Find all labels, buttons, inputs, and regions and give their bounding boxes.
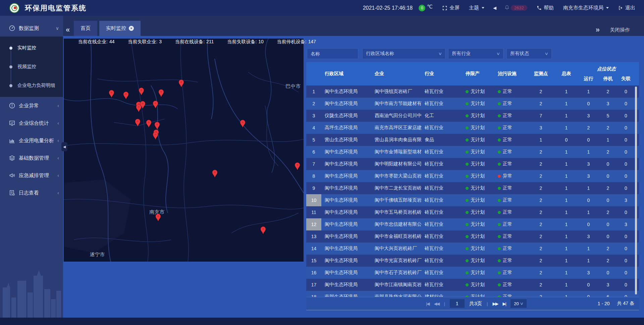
map-pin[interactable]: [153, 101, 158, 109]
status-dot: [466, 151, 469, 154]
logout-button[interactable]: 退出: [618, 5, 635, 11]
map-pin[interactable]: [154, 122, 160, 130]
status-dot: [466, 102, 469, 105]
sidebar-item-power-analysis[interactable]: 企业用电量分析 ‹: [0, 132, 63, 149]
tabs-scroll-right-icon[interactable]: »: [596, 25, 600, 34]
total-count-label: 共 47 条: [617, 301, 634, 307]
name-filter-input[interactable]: [311, 51, 355, 56]
table-row[interactable]: 18 南部生态环境局 南部县珠华水泥有限公 建材行业 无计划 正常 2 1 0 …: [306, 291, 639, 297]
table-row[interactable]: 13 阆中生态环境局 阆中市金福旺页岩机砖 砖瓦行业 无计划 正常 2 1 3 …: [306, 230, 639, 242]
map-pin[interactable]: [294, 162, 300, 170]
cell-pollution-facility: 正常: [496, 279, 527, 291]
cell-stopped: 3: [599, 279, 616, 291]
table-row[interactable]: 6 阆中生态环境局 阆中市金博瑞新型墙材 砖瓦行业 无计划 正常 2 1 1 2…: [306, 146, 639, 158]
cell-lost: 0: [616, 170, 635, 182]
sidebar-subitem-video-monitor[interactable]: 视频监控: [0, 57, 63, 76]
map-pin[interactable]: [260, 226, 266, 234]
table-row[interactable]: 3 仪陇生态环境局 西南油气田分公司川中 化工 无计划 正常 7 1 3 5 0: [306, 110, 639, 122]
map-pin[interactable]: [139, 88, 144, 96]
sidebar-item-emergency-reduction[interactable]: 应急减排管理 ‹: [0, 167, 63, 184]
sidebar-item-enterprise-abnormal[interactable]: 企业异常 ‹: [0, 97, 63, 114]
tab-home[interactable]: 首页: [74, 21, 97, 36]
temperature-unit: ℃: [427, 4, 433, 10]
table-row[interactable]: 5 营山生态环境局 营山县润丰肉食品有限 食品 无计划 正常 1 0 0 1 0: [306, 134, 639, 146]
map-pin[interactable]: [135, 119, 141, 127]
cell-running: 3: [578, 158, 599, 170]
col-group-point-status: 点位状态 运行 停机 失联: [578, 62, 635, 86]
panel-collapse-button[interactable]: ◀: [61, 142, 67, 151]
cell-industry: 砖瓦行业: [422, 218, 464, 230]
table-row[interactable]: 10 阆中生态环境局 阆中千佛镇五郎垭页岩 砖瓦行业 无计划 正常 2 1 0 …: [306, 194, 639, 206]
tab-realtime-monitor[interactable]: 实时监控 ×: [99, 21, 141, 36]
map-pin[interactable]: [240, 120, 246, 128]
next-page-icon[interactable]: ▶▶: [493, 301, 498, 306]
org-dropdown[interactable]: 南充市生态环境局: [563, 5, 609, 11]
cell-stop-production: 无计划: [464, 182, 496, 194]
cell-company: 阆中市石子页岩机砖厂: [372, 267, 422, 279]
status-dot: [498, 126, 501, 129]
app-logo-icon: [9, 3, 19, 13]
page-size-select[interactable]: 20 ∨: [511, 299, 527, 308]
map-city-label: 巴中市: [286, 83, 301, 90]
cell-stopped: 2: [599, 255, 616, 267]
map-pin[interactable]: [178, 79, 184, 88]
help-button[interactable]: 帮助: [537, 5, 554, 11]
theme-dropdown[interactable]: 主题: [469, 5, 484, 11]
tab-close-icon[interactable]: ×: [129, 26, 134, 31]
sidebar-item-data-monitoring[interactable]: 数据监测 ∨: [0, 20, 63, 37]
prev-page-icon[interactable]: ◀◀: [434, 301, 439, 306]
table-row[interactable]: 11 阆中生态环境局 阆中市五马桥页岩机砖 砖瓦行业 无计划 正常 2 1 1 …: [306, 206, 639, 218]
map-pin[interactable]: [153, 132, 158, 140]
sidebar-item-enterprise-stats[interactable]: 企业综合统计 ‹: [0, 114, 63, 132]
industry-filter-select[interactable]: 所有行业 ∨: [448, 48, 503, 59]
table-scrollbar[interactable]: [635, 87, 637, 294]
cell-total-meter: 1: [555, 122, 578, 134]
sidebar-subitem-power-load-detail[interactable]: 企业电力负荷明细: [0, 76, 63, 95]
cell-stop-production: 无计划: [464, 206, 496, 218]
close-operations-button[interactable]: 关闭操作: [610, 27, 630, 33]
cell-stop-production: 无计划: [464, 218, 496, 230]
map-pin[interactable]: [212, 170, 218, 178]
map-pin[interactable]: [158, 89, 164, 97]
table-row[interactable]: 1 阆中生态环境局 阆中强锐页岩砖厂 砖瓦行业 无计划 正常 2 1 1 2 0: [306, 86, 639, 98]
fullscreen-button[interactable]: 全屏: [442, 5, 460, 11]
table-row[interactable]: 17 阆中生态环境局 阆中市江南镇阆南页岩 砖瓦行业 无计划 正常 2 1 0 …: [306, 279, 639, 291]
region-filter-select[interactable]: 行政区域名称 ∨: [362, 48, 445, 59]
table-row[interactable]: 15 阆中生态环境局 阆中市光富页岩机砖厂 砖瓦行业 无计划 正常 2 1 1 …: [306, 255, 639, 267]
page-number-input[interactable]: [450, 299, 465, 308]
map-pin[interactable]: [155, 214, 161, 222]
map-pin[interactable]: [109, 90, 114, 98]
first-page-icon[interactable]: |◀: [426, 301, 429, 306]
table-row[interactable]: 12 阆中生态环境局 阆中市忠信建材有限公 砖瓦行业 无计划 正常 2 1 0 …: [306, 218, 639, 230]
table-row[interactable]: 8 阆中生态环境局 阆中市枣碧大梁山页岩 砖瓦行业 无计划 异常 2 1 3 0…: [306, 170, 639, 182]
map-panel[interactable]: 巴中市南充市遂宁市: [64, 39, 304, 262]
status-dot: [498, 175, 501, 178]
table-row[interactable]: 4 高坪生态环境局 南充市高坪区王家店建 砖瓦行业 无计划 正常 3 1 2 2…: [306, 122, 639, 134]
table-row[interactable]: 14 阆中生态环境局 阆中大兴页岩机砖厂 砖瓦行业 无计划 正常 2 1 1 2…: [306, 242, 639, 255]
map-pin[interactable]: [136, 104, 142, 112]
table-row[interactable]: 2 阆中生态环境局 阆中市南方节能建材有 砖瓦行业 无计划 正常 2 1 0 3…: [306, 98, 639, 110]
status-filter-select[interactable]: 所有状态 ∨: [506, 48, 552, 59]
cell-industry: 砖瓦行业: [422, 230, 464, 242]
col-header-lost: 失联: [616, 76, 635, 82]
sidebar-subitem-realtime-monitor[interactable]: 实时监控: [0, 39, 63, 57]
chevron-icon: ‹: [57, 138, 59, 143]
cell-industry: 砖瓦行业: [422, 242, 464, 255]
notification-area[interactable]: 2632: [504, 5, 527, 11]
cell-region: 营山生态环境局: [321, 134, 372, 146]
sidebar-item-base-data[interactable]: 基础数据管理 ‹: [0, 149, 63, 167]
cell-stopped: 5: [599, 110, 616, 122]
mute-speaker-icon[interactable]: ◀: [493, 5, 496, 10]
cell-total-meter: 1: [555, 291, 578, 297]
sidebar-item-log-view[interactable]: 日志查看 ‹: [0, 184, 63, 202]
col-header-total-meter: 总表: [555, 62, 578, 86]
table-row[interactable]: 9 阆中生态环境局 阆中市二龙长宝页岩砖 砖瓦行业 无计划 正常 2 1 1 2…: [306, 182, 639, 194]
map-pin[interactable]: [123, 92, 129, 100]
tabs-scroll-left-icon[interactable]: «: [66, 25, 70, 34]
map-pin[interactable]: [146, 120, 152, 128]
table-row[interactable]: 16 阆中生态环境局 阆中市石子页岩机砖厂 砖瓦行业 无计划 正常 2 1 3 …: [306, 267, 639, 279]
cell-pollution-facility: 正常: [496, 291, 527, 297]
table-row[interactable]: 7 阆中生态环境局 阆中明阳建材有限公司 砖瓦行业 无计划 正常 2 1 3 0…: [306, 158, 639, 170]
cell-region: 南部生态环境局: [321, 291, 372, 297]
last-page-icon[interactable]: ▶|: [503, 301, 506, 306]
